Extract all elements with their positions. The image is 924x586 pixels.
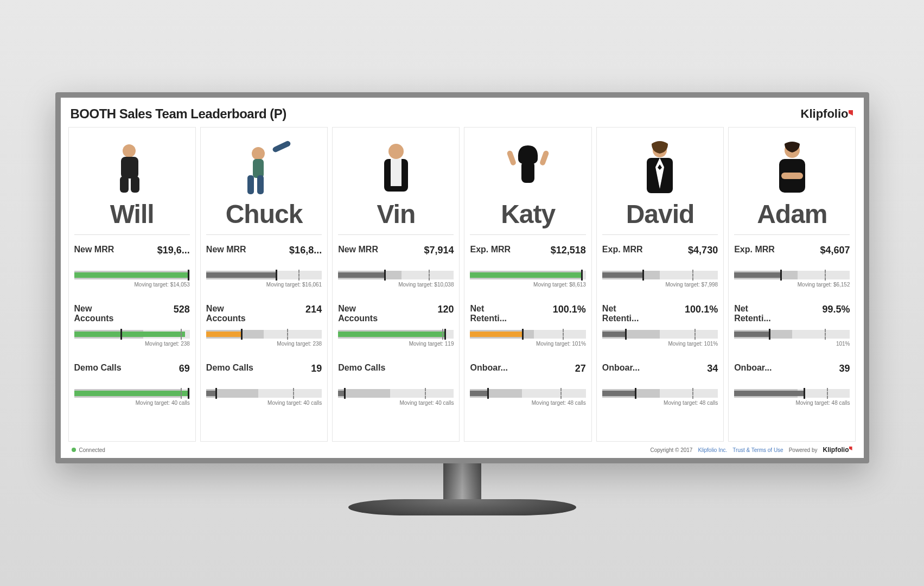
svg-rect-4 xyxy=(131,176,139,193)
screen: BOOTH Sales Team Leaderboard (P) Klipfol… xyxy=(61,98,864,458)
target-text: Moving target: 101% xyxy=(470,341,585,347)
metric-label: Onboar... xyxy=(602,363,640,373)
person-name: Chuck xyxy=(206,199,322,229)
page-title: BOOTH Sales Team Leaderboard (P) xyxy=(71,106,286,122)
metric-value: 120 xyxy=(437,304,454,315)
footer: Connected Copyright © 2017 Klipfolio Inc… xyxy=(68,442,856,455)
brand-text: Klipfolio xyxy=(801,107,849,120)
svg-rect-13 xyxy=(391,159,402,186)
metric-value: 99.5% xyxy=(822,304,850,315)
target-text: Moving target: $10,038 xyxy=(338,282,454,288)
divider xyxy=(470,234,585,235)
bullet-chart xyxy=(74,271,190,279)
target-text: Moving target: 48 calls xyxy=(470,400,585,406)
leaderboard-card: Katy Exp. MRR $12,518 Moving target: $8,… xyxy=(464,127,591,442)
bullet-chart xyxy=(338,271,454,279)
svg-rect-7 xyxy=(253,159,264,178)
status-dot-icon xyxy=(72,448,76,452)
metric-row: Onboar... 34 xyxy=(602,363,718,385)
target-text: Moving target: 40 calls xyxy=(74,400,190,406)
bullet-chart xyxy=(470,389,585,398)
svg-point-11 xyxy=(388,144,404,159)
metric: Demo Calls Moving target: 40 calls xyxy=(338,363,454,406)
metric-row: Net Retenti... 99.5% xyxy=(734,304,850,326)
metric-value: $4,607 xyxy=(820,245,850,256)
leaderboard-card: Vin New MRR $7,914 Moving target: $10,03… xyxy=(332,127,460,442)
bullet-chart xyxy=(206,271,322,279)
metric-row: Onboar... 27 xyxy=(470,363,585,385)
avatar-image xyxy=(501,137,555,197)
metric-row: Demo Calls 19 xyxy=(206,363,322,385)
svg-rect-15 xyxy=(521,161,534,183)
header: BOOTH Sales Team Leaderboard (P) Klipfol… xyxy=(68,103,856,127)
metric-row: New MRR $19,6... xyxy=(74,245,190,266)
avatar-image xyxy=(369,137,423,197)
monitor-frame: BOOTH Sales Team Leaderboard (P) Klipfol… xyxy=(55,92,869,463)
copyright-text: Copyright © 2017 xyxy=(650,447,692,453)
metric-label: New Accounts xyxy=(338,304,378,324)
person-name: Will xyxy=(74,199,190,229)
divider xyxy=(74,234,190,235)
metric-label: New MRR xyxy=(74,245,114,254)
metric: Exp. MRR $4,607 Moving target: $6,152 xyxy=(734,245,850,288)
metric-label: New MRR xyxy=(338,245,378,254)
metric-value: 100.1% xyxy=(685,304,718,315)
metric-row: Demo Calls xyxy=(338,363,454,385)
metric-value: $16,8... xyxy=(289,245,322,256)
metric-row: Net Retenti... 100.1% xyxy=(470,304,585,326)
bullet-chart xyxy=(602,330,718,339)
metric-label: New Accounts xyxy=(206,304,246,324)
svg-marker-25 xyxy=(849,447,852,450)
metric-value: 19 xyxy=(311,363,322,374)
metric-value: 34 xyxy=(707,363,718,374)
metric-label: Onboar... xyxy=(734,363,772,373)
legal-link[interactable]: Trust & Terms of Use xyxy=(732,447,783,453)
metric-label: Exp. MRR xyxy=(470,245,511,254)
metric: New Accounts 214 Moving target: 238 xyxy=(206,304,322,347)
target-text: Moving target: $6,152 xyxy=(734,282,850,288)
metric: Demo Calls 19 Moving target: 40 calls xyxy=(206,363,322,406)
divider xyxy=(206,234,322,235)
metric-row: Net Retenti... 100.1% xyxy=(602,304,718,326)
metric-row: New MRR $16,8... xyxy=(206,245,322,266)
brand-mark-icon xyxy=(849,447,853,452)
avatar-box xyxy=(74,132,190,197)
metric-row: Exp. MRR $12,518 xyxy=(470,245,585,266)
metric-row: Onboar... 39 xyxy=(734,363,850,385)
avatar-box xyxy=(734,132,850,197)
metric-label: Net Retenti... xyxy=(734,304,771,324)
leaderboard-cards: Will New MRR $19,6... Moving target: $14… xyxy=(68,127,856,442)
avatar-box xyxy=(338,132,454,197)
metric-label: Exp. MRR xyxy=(602,245,643,254)
person-name: Vin xyxy=(338,199,454,229)
metric-value: 39 xyxy=(839,363,850,374)
avatar-image xyxy=(237,137,291,197)
metric-label: New MRR xyxy=(206,245,246,254)
metric: New Accounts 120 Moving target: 119 xyxy=(338,304,454,347)
leaderboard-card: Chuck New MRR $16,8... Moving target: $1… xyxy=(200,127,328,442)
powered-brand: Klipfolio xyxy=(823,446,853,454)
metric-value: 528 xyxy=(174,304,190,315)
metric-value: $4,730 xyxy=(688,245,718,256)
avatar-image xyxy=(765,137,819,197)
person-name: Adam xyxy=(734,199,850,229)
metric: New MRR $19,6... Moving target: $14,053 xyxy=(74,245,190,288)
svg-rect-24 xyxy=(781,173,803,179)
bullet-chart xyxy=(470,330,585,339)
bullet-chart xyxy=(734,330,850,339)
metric-label: Exp. MRR xyxy=(734,245,775,254)
bullet-chart xyxy=(206,330,322,339)
svg-point-1 xyxy=(123,144,136,157)
svg-point-6 xyxy=(252,147,265,160)
metric-row: New Accounts 528 xyxy=(74,304,190,326)
bullet-chart xyxy=(206,389,322,398)
leaderboard-card: Will New MRR $19,6... Moving target: $14… xyxy=(68,127,196,442)
metric-value: $12,518 xyxy=(551,245,586,256)
monitor-stand-neck xyxy=(443,463,481,501)
avatar-box xyxy=(470,132,585,197)
metric: Exp. MRR $12,518 Moving target: $8,613 xyxy=(470,245,585,288)
svg-marker-0 xyxy=(849,110,853,116)
metric: Exp. MRR $4,730 Moving target: $7,998 xyxy=(602,245,718,288)
company-link[interactable]: Klipfolio Inc. xyxy=(698,447,727,453)
target-text: Moving target: $14,053 xyxy=(74,282,190,288)
